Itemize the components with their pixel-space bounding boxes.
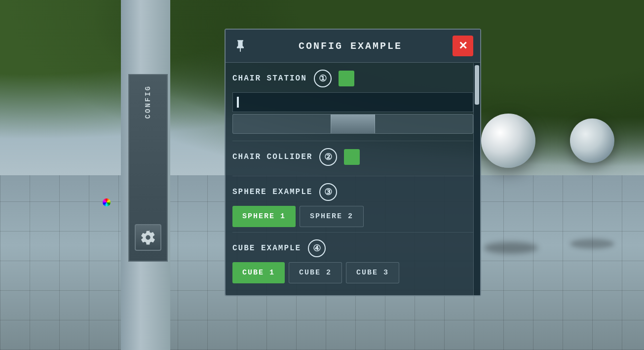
section-header-chair-collider: CHAIR COLLIDER ② xyxy=(232,148,473,166)
sphere-1-button[interactable]: SPHERE 1 xyxy=(232,206,296,227)
close-icon: ✕ xyxy=(458,40,467,51)
cube-button-group: CUBE 1 CUBE 2 CUBE 3 xyxy=(232,262,473,283)
sphere-shadow-right xyxy=(484,242,538,254)
chair-station-input[interactable] xyxy=(232,92,473,112)
close-button[interactable]: ✕ xyxy=(453,36,473,56)
toggle-thumb xyxy=(331,115,375,133)
sidebar: CONFIG xyxy=(128,74,168,262)
cube-example-number: ④ xyxy=(308,239,326,257)
input-cursor xyxy=(237,97,239,108)
config-panel: CONFIG EXAMPLE ✕ CHAIR STATION ① xyxy=(225,29,481,296)
cube-3-button[interactable]: CUBE 3 xyxy=(346,262,399,283)
scrollbar-track xyxy=(473,63,480,295)
cube-2-button[interactable]: CUBE 2 xyxy=(289,262,342,283)
chair-station-indicator[interactable] xyxy=(339,71,354,86)
pin-icon xyxy=(233,39,247,53)
color-picker-dot[interactable] xyxy=(103,198,111,206)
section-chair-collider: CHAIR COLLIDER ② xyxy=(232,141,473,176)
chair-collider-number: ② xyxy=(319,148,337,166)
sphere-right xyxy=(481,114,535,168)
scrollbar-thumb[interactable] xyxy=(475,65,479,105)
panel-title: CONFIG EXAMPLE xyxy=(254,40,447,52)
cube-example-label: CUBE EXAMPLE xyxy=(232,244,301,253)
toggle-left xyxy=(233,115,331,133)
section-chair-station: CHAIR STATION ① xyxy=(232,63,473,141)
sphere-shadow-far xyxy=(570,239,614,249)
panel-content: CHAIR STATION ① CHAIR COLLIDER ② xyxy=(226,63,480,295)
sidebar-config-label: CONFIG xyxy=(144,85,152,118)
chair-station-label: CHAIR STATION xyxy=(232,74,307,83)
sphere-2-button[interactable]: SPHERE 2 xyxy=(300,206,364,227)
chair-station-toggle[interactable] xyxy=(232,114,473,134)
sphere-button-group: SPHERE 1 SPHERE 2 xyxy=(232,206,473,227)
sphere-far-right xyxy=(570,118,614,163)
section-header-cube-example: CUBE EXAMPLE ④ xyxy=(232,239,473,257)
section-cube-example: CUBE EXAMPLE ④ CUBE 1 CUBE 2 CUBE 3 xyxy=(232,233,473,288)
chair-collider-indicator[interactable] xyxy=(344,149,360,165)
section-header-sphere-example: SPHERE EXAMPLE ③ xyxy=(232,183,473,201)
section-header-chair-station: CHAIR STATION ① xyxy=(232,70,473,87)
sphere-example-label: SPHERE EXAMPLE xyxy=(232,188,312,196)
section-sphere-example: SPHERE EXAMPLE ③ SPHERE 1 SPHERE 2 xyxy=(232,176,473,233)
chair-collider-label: CHAIR COLLIDER xyxy=(232,153,312,161)
gear-button[interactable] xyxy=(135,224,161,251)
chair-station-number: ① xyxy=(314,70,332,87)
pin-button[interactable] xyxy=(232,38,248,54)
sphere-example-number: ③ xyxy=(319,183,337,201)
title-bar: CONFIG EXAMPLE ✕ xyxy=(226,30,480,63)
cube-1-button[interactable]: CUBE 1 xyxy=(232,262,285,283)
toggle-right xyxy=(375,115,473,133)
gear-icon xyxy=(140,230,156,245)
